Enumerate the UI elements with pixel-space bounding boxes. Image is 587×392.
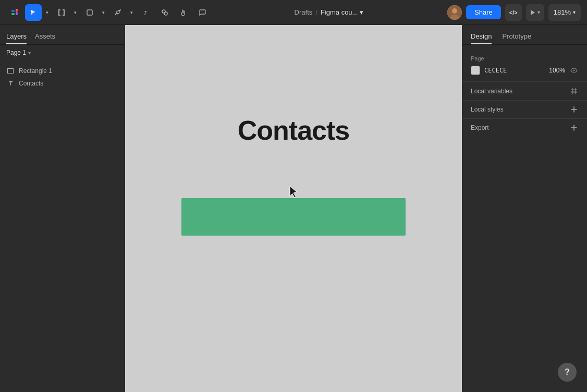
add-local-styles-icon[interactable] [569, 105, 579, 114]
page-opacity-value: 100% [549, 67, 565, 74]
comment-tool-button[interactable] [194, 4, 211, 21]
toolbar-left: ▾ ▾ ▾ [6, 4, 211, 21]
page-color-value: CECECE [484, 67, 507, 74]
local-styles-section[interactable]: Local styles [462, 101, 587, 118]
code-button[interactable]: </> [505, 4, 522, 21]
file-name-button[interactable]: Figma cou... ▾ [321, 8, 364, 16]
avatar [447, 5, 462, 20]
local-styles-label: Local styles [471, 106, 504, 113]
left-sidebar: Layers Assets Page 1 ▾ Rectangle 1 T Con… [0, 25, 125, 392]
layer-item-contacts[interactable]: T Contacts [0, 77, 125, 90]
frame-tool-button[interactable] [53, 4, 70, 21]
toolbar-right: Share </> ▾ 181% ▾ [447, 4, 581, 21]
page-color-swatch[interactable] [471, 66, 480, 75]
tab-assets[interactable]: Assets [35, 29, 55, 44]
zoom-button[interactable]: 181% ▾ [548, 4, 581, 21]
select-tool-button[interactable] [25, 4, 42, 21]
page-properties-section: Page CECECE 100% [462, 51, 587, 82]
sidebar-tabs: Layers Assets [0, 25, 125, 45]
main-menu-button[interactable] [6, 4, 23, 21]
text-layer-icon: T [6, 79, 15, 88]
file-name-dropdown-icon: ▾ [360, 8, 363, 16]
shape-tool-group: ▾ [81, 4, 107, 21]
canvas-area[interactable]: Contacts [125, 25, 462, 392]
tab-design[interactable]: Design [471, 29, 492, 44]
play-dropdown-icon: ▾ [537, 9, 540, 15]
export-label: Export [471, 124, 489, 131]
zoom-dropdown-icon: ▾ [573, 9, 576, 15]
toolbar-center: Drafts / Figma cou... ▾ [213, 8, 445, 16]
pen-tool-dropdown[interactable]: ▾ [127, 4, 136, 21]
svg-rect-2 [58, 15, 60, 16]
tab-prototype[interactable]: Prototype [502, 29, 531, 44]
canvas-content: Contacts [137, 104, 450, 313]
local-variables-icon [569, 87, 579, 96]
right-sidebar: Design Prototype Page CECECE 100% [462, 25, 587, 392]
breadcrumb-separator: / [315, 8, 317, 16]
local-variables-section[interactable]: Local variables [462, 82, 587, 100]
right-sidebar-tabs: Design Prototype [462, 25, 587, 45]
contacts-title: Contacts [238, 115, 349, 146]
shape-tool-dropdown[interactable]: ▾ [99, 4, 107, 21]
breadcrumb-drafts: Drafts [295, 8, 313, 16]
text-tool-button[interactable]: T [138, 4, 154, 21]
svg-text:T: T [143, 9, 148, 16]
cursor-indicator [288, 185, 300, 202]
layers-panel: Rectangle 1 T Contacts [0, 60, 125, 392]
svg-rect-4 [58, 10, 59, 15]
tab-layers[interactable]: Layers [6, 29, 27, 44]
svg-rect-3 [63, 15, 65, 16]
shape-tool-button[interactable] [81, 4, 98, 21]
rectangle-icon [6, 67, 15, 75]
export-section[interactable]: Export [462, 119, 587, 137]
play-button[interactable]: ▾ [526, 4, 544, 21]
visibility-toggle[interactable] [569, 66, 579, 75]
svg-point-9 [164, 12, 167, 15]
frame-tool-group: ▾ [53, 4, 79, 21]
page-section-label: Page [471, 55, 579, 62]
toolbar: ▾ ▾ ▾ [0, 0, 587, 25]
share-button[interactable]: Share [466, 5, 501, 19]
main-area: Layers Assets Page 1 ▾ Rectangle 1 T Con… [0, 25, 587, 392]
svg-rect-0 [58, 9, 60, 10]
help-button[interactable]: ? [558, 363, 577, 382]
layer-item-rectangle[interactable]: Rectangle 1 [0, 65, 125, 77]
page-color-row: CECECE 100% [471, 66, 579, 75]
page-dropdown-icon: ▾ [28, 50, 31, 56]
svg-point-11 [452, 8, 457, 14]
page-selector[interactable]: Page 1 ▾ [0, 45, 125, 60]
frame-tool-dropdown[interactable]: ▾ [71, 4, 79, 21]
svg-rect-6 [87, 10, 92, 15]
svg-rect-1 [63, 9, 65, 10]
select-tool-dropdown[interactable]: ▾ [43, 4, 51, 21]
add-export-icon[interactable] [569, 123, 579, 132]
svg-rect-5 [64, 10, 65, 15]
pen-tool-button[interactable] [109, 4, 126, 21]
svg-point-13 [573, 70, 575, 71]
select-tool-group: ▾ [25, 4, 51, 21]
local-variables-label: Local variables [471, 88, 512, 95]
right-sidebar-content: Page CECECE 100% Local variables [462, 45, 587, 392]
resources-tool-button[interactable] [156, 4, 173, 21]
green-rectangle [181, 198, 406, 236]
pen-tool-group: ▾ [109, 4, 136, 21]
hand-tool-button[interactable] [175, 4, 192, 21]
